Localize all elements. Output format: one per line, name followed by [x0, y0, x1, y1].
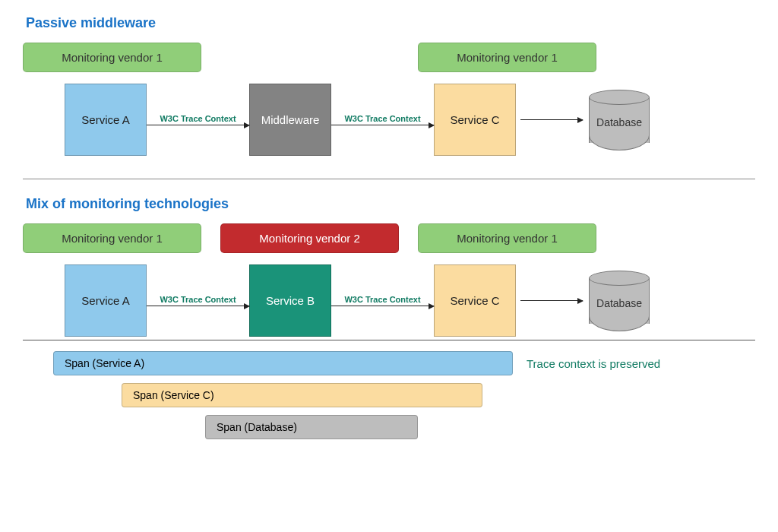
divider-2	[23, 340, 755, 340]
arrow-label-text: W3C Trace Context	[344, 295, 420, 304]
span-row-db: Span (Database)	[23, 415, 755, 439]
span-row-a: Span (Service A) Trace context is preser…	[23, 351, 755, 375]
node-database: Database	[587, 90, 651, 150]
database-label-2: Database	[596, 297, 642, 309]
vendor-box-mid: Monitoring vendor 2	[220, 223, 399, 253]
vendor-box-left: Monitoring vendor 1	[23, 223, 201, 253]
arrow-a-to-b: W3C Trace Context	[147, 295, 249, 306]
section2-vendor-row: Monitoring vendor 1 Monitoring vendor 2 …	[23, 223, 755, 253]
span-row-c: Span (Service C)	[23, 383, 755, 407]
node-service-b: Service B	[249, 264, 331, 337]
arrow-label-text: W3C Trace Context	[344, 114, 420, 123]
section2-title: Mix of monitoring technologies	[26, 196, 755, 212]
section1-vendor-row: Monitoring vendor 1 Monitoring vendor 1	[23, 43, 755, 72]
annotation-preserved: Trace context is preserved	[527, 357, 660, 370]
span-bar-db: Span (Database)	[205, 415, 418, 439]
section2-service-row: Service A W3C Trace Context Service B W3…	[65, 264, 755, 337]
section1-title: Passive middleware	[26, 15, 755, 31]
arrow-c-to-db-2	[520, 300, 583, 301]
span-bar-a: Span (Service A)	[53, 351, 513, 375]
arrow-c-to-db	[520, 119, 583, 120]
vendor-box-1: Monitoring vendor 1	[23, 43, 201, 72]
arrow-a-to-mw: W3C Trace Context	[147, 114, 249, 125]
node-database-2: Database	[587, 271, 651, 331]
span-bar-c: Span (Service C)	[122, 383, 482, 407]
vendor-box-right: Monitoring vendor 1	[418, 223, 596, 253]
database-label: Database	[596, 116, 642, 128]
node-service-a: Service A	[65, 84, 147, 156]
section1-service-row: Service A W3C Trace Context Middleware W…	[65, 84, 755, 156]
node-service-a-2: Service A	[65, 264, 147, 337]
node-service-c: Service C	[434, 84, 516, 156]
arrow-label-text: W3C Trace Context	[160, 295, 236, 304]
arrow-label-text: W3C Trace Context	[160, 114, 236, 123]
divider-1	[23, 179, 755, 179]
section-passive-middleware: Passive middleware Monitoring vendor 1 M…	[23, 15, 755, 156]
node-service-c-2: Service C	[434, 264, 516, 337]
arrow-b-to-c: W3C Trace Context	[331, 295, 434, 306]
vendor-box-2: Monitoring vendor 1	[418, 43, 596, 72]
node-middleware: Middleware	[249, 84, 331, 156]
arrow-mw-to-c: W3C Trace Context	[331, 114, 434, 125]
section-mix-monitoring: Mix of monitoring technologies Monitorin…	[23, 196, 755, 439]
